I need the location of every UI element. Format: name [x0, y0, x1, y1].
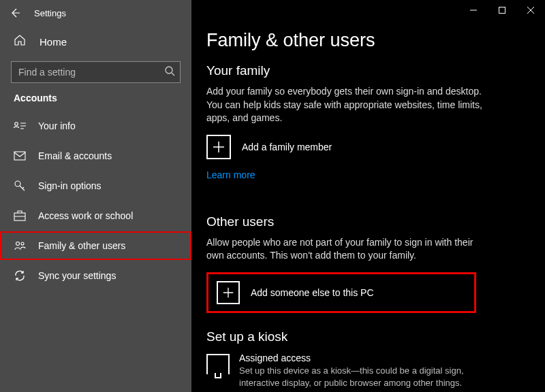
other-users-section: Other users Allow people who are not par… — [206, 214, 530, 313]
plus-icon — [206, 135, 231, 159]
your-family-section: Your family Add your family so everybody… — [206, 63, 530, 199]
sidebar-item-label: Access work or school — [38, 210, 133, 221]
app-title: Settings — [34, 8, 66, 18]
sidebar-home-label: Home — [40, 36, 67, 48]
close-icon — [527, 7, 534, 14]
sidebar-item-access-work-school[interactable]: Access work or school — [0, 201, 191, 230]
main-content: Family & other users Your family Add you… — [191, 0, 545, 392]
sidebar-item-label: Sign-in options — [38, 180, 102, 191]
close-button[interactable] — [516, 0, 545, 20]
sidebar-item-family-other-users[interactable]: Family & other users — [0, 231, 191, 260]
svg-point-1 — [15, 122, 18, 126]
kiosk-section: Set up a kiosk Assigned access Set up th… — [206, 329, 530, 389]
minimize-icon — [470, 7, 477, 14]
search-icon — [164, 65, 175, 79]
people-icon — [14, 240, 26, 252]
back-button[interactable] — [5, 3, 25, 22]
titlebar: Settings — [0, 0, 191, 26]
svg-point-5 — [16, 242, 20, 246]
your-family-desc: Add your family so everybody gets their … — [206, 85, 493, 125]
assigned-access-title: Assigned access — [239, 353, 484, 363]
window-controls — [459, 0, 545, 20]
sidebar-item-signin-options[interactable]: Sign-in options — [0, 172, 191, 200]
sidebar-item-label: Family & other users — [38, 240, 125, 251]
svg-point-0 — [166, 67, 172, 74]
assigned-access-desc: Set up this device as a kiosk—this could… — [239, 365, 484, 389]
search-input[interactable] — [11, 61, 181, 83]
settings-sidebar: Settings Home Accounts Your info Email &… — [0, 0, 191, 392]
your-family-heading: Your family — [206, 63, 530, 78]
svg-rect-7 — [499, 7, 505, 14]
kiosk-heading: Set up a kiosk — [206, 329, 530, 344]
sidebar-item-label: Sync your settings — [38, 270, 116, 281]
add-other-user-label: Add someone else to this PC — [251, 287, 374, 298]
monitor-icon — [206, 354, 230, 374]
sidebar-item-label: Your info — [38, 120, 76, 131]
add-other-user-button[interactable]: Add someone else to this PC — [206, 272, 476, 313]
briefcase-icon — [14, 210, 26, 222]
home-icon — [14, 34, 26, 49]
sidebar-item-label: Email & accounts — [38, 150, 112, 161]
page-title: Family & other users — [206, 30, 530, 51]
svg-point-6 — [21, 242, 24, 245]
assigned-access-button[interactable]: Assigned access Set up this device as a … — [206, 353, 530, 389]
search-wrap — [11, 61, 181, 83]
plus-icon — [217, 281, 240, 304]
key-icon — [14, 180, 26, 192]
sync-icon — [14, 270, 26, 282]
sidebar-home[interactable]: Home — [0, 26, 191, 57]
maximize-button[interactable] — [488, 0, 516, 20]
other-users-desc: Allow people who are not part of your fa… — [206, 236, 493, 263]
arrow-left-icon — [10, 7, 20, 18]
sidebar-nav: Your info Email & accounts Sign-in optio… — [0, 112, 191, 290]
sidebar-category: Accounts — [0, 93, 191, 112]
other-users-heading: Other users — [206, 214, 530, 229]
learn-more-link[interactable]: Learn more — [206, 169, 255, 180]
person-card-icon — [14, 120, 26, 132]
minimize-button[interactable] — [459, 0, 488, 20]
sidebar-item-your-info[interactable]: Your info — [0, 112, 191, 140]
svg-point-3 — [15, 181, 20, 186]
maximize-icon — [499, 7, 505, 14]
sidebar-item-sync-settings[interactable]: Sync your settings — [0, 261, 191, 290]
mail-icon — [14, 150, 26, 162]
svg-rect-2 — [14, 152, 25, 160]
sidebar-item-email-accounts[interactable]: Email & accounts — [0, 142, 191, 170]
add-family-member-button[interactable]: Add a family member — [206, 135, 530, 159]
add-family-member-label: Add a family member — [242, 142, 332, 152]
